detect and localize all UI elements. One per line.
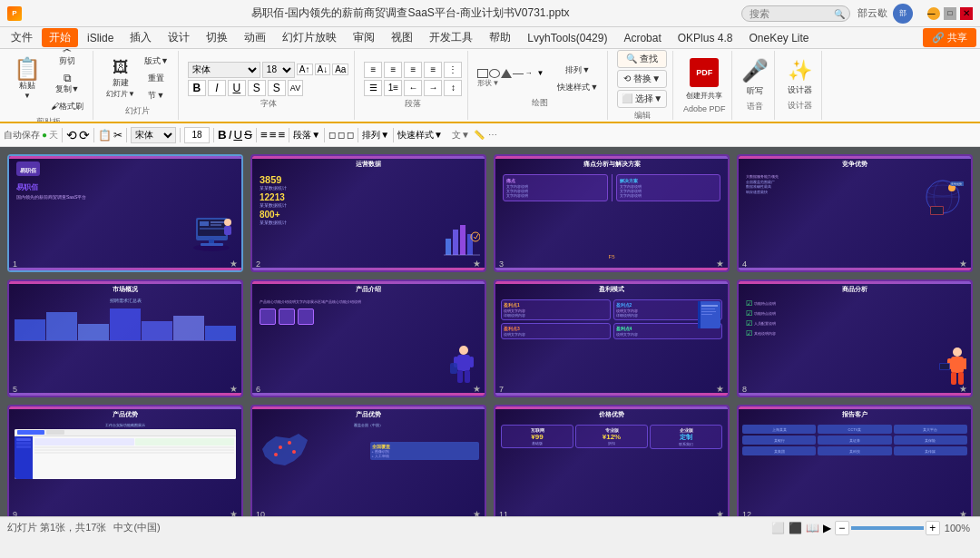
shape-triangle[interactable] [501,69,512,78]
zoom-slider[interactable] [851,526,924,530]
quick-italic[interactable]: I [229,128,232,142]
format-brush-button[interactable]: 🖌格式刷 [47,99,87,114]
menu-animation[interactable]: 动画 [237,28,273,47]
shape-quick-2[interactable]: ◻ [338,130,345,140]
font-size-quick[interactable] [184,127,210,143]
quick-styles-button[interactable]: 快速样式▼ [554,80,602,95]
autosave-toggle[interactable]: ● [42,130,47,140]
normal-view-button[interactable]: ⬜ [771,522,785,534]
font-size-decrease[interactable]: A↓ [315,64,331,75]
slideshow-button[interactable]: ▶ [823,522,831,534]
maximize-button[interactable]: □ [944,7,956,20]
increase-indent-button[interactable]: → [424,80,442,96]
underline-button[interactable]: U [228,80,246,96]
slide-thumb-4[interactable]: 竞争优势 大数据服务能力领先 全国覆盖范围最广 数据准确性最高 响应速度最快 [737,154,973,272]
reading-view-button[interactable]: 📖 [806,522,819,534]
spacing-button[interactable]: AV [288,80,303,96]
slide-thumb-11[interactable]: 价格优势 互联网 ¥99 基础版 专业版 ¥12% 折扣 [494,405,730,516]
line-spacing-button[interactable]: ↕ [444,80,462,96]
slide-thumb-8[interactable]: 商品分析 ☑ 功能特点说明 ☑ 功能特点说明 ☑ 人员配置说明 [737,279,973,397]
slide-thumb-3[interactable]: 痛点分析与解决方案 痛点 文字内容说明 文字内容说明 文字内容说明 解决方案 文… [494,154,730,272]
font-family-select[interactable]: 宋体 [188,62,260,78]
menu-insert[interactable]: 插入 [122,28,159,47]
align-right-quick[interactable]: ≡ [278,128,285,142]
reset-button[interactable]: 重置 [141,71,172,86]
more-tools[interactable]: ⋯ [488,130,497,140]
shape-arrow[interactable]: → [524,69,535,78]
close-button[interactable]: ✕ [960,7,973,20]
align-center-quick[interactable]: ≡ [270,128,277,142]
window-controls[interactable]: ─ □ ✕ [927,7,973,20]
align-center-button[interactable]: ≡ [384,62,402,78]
cut-button[interactable]: ✂ 剪切 [47,49,87,69]
justify-button[interactable]: ≡ [424,62,442,78]
menu-slideshow[interactable]: 幻灯片放映 [275,28,344,47]
find-button[interactable]: 🔍查找 [617,50,667,68]
layout-button[interactable]: 版式▼ [141,54,172,69]
align-left-button[interactable]: ≡ [364,62,382,78]
redo-button[interactable]: ⟳ [79,128,90,142]
slide-thumb-12[interactable]: 报告客户 上海某某 CCTV某 某大平台 某银行 某证券 [737,405,973,516]
slide-thumb-10[interactable]: 产品优势 覆盖全国（中国） [250,405,486,516]
numbered-list-button[interactable]: 1≡ [384,80,402,96]
menu-design[interactable]: 设计 [161,28,197,47]
menu-onekey[interactable]: OneKey Lite [741,30,816,46]
paragraph-quick[interactable]: 段落▼ [293,129,320,142]
copy-button[interactable]: ⧉ 复制▼ [47,71,87,97]
italic-button[interactable]: I [208,80,226,96]
share-button[interactable]: 🔗 共享 [923,28,976,47]
arrange-quick[interactable]: 排列▼ [362,129,389,142]
slide-thumb-5[interactable]: 市场概况 招聘需求汇总表 5 ★ [7,279,243,397]
new-slide-button[interactable]: 🖼 新建 幻灯片▼ [103,55,139,103]
quick-strike[interactable]: S [244,128,252,142]
slide-thumb-9[interactable]: 产品优势 工作台实际功能截图展示 [7,405,243,516]
align-left-quick[interactable]: ≡ [260,128,268,142]
slide-thumb-1[interactable]: 易职佰 易职佰 国内领先的薪前商贸调查SaaS平台 [7,154,243,272]
undo-button[interactable]: ⟲ [66,128,77,142]
dictate-button[interactable]: 听写 [742,83,768,99]
menu-devtools[interactable]: 开发工具 [422,28,480,47]
menu-acrobat[interactable]: Acrobat [616,30,668,46]
menu-file[interactable]: 文件 [4,28,40,47]
menu-okplus[interactable]: OKPlus 4.8 [671,30,740,46]
slide-thumb-6[interactable]: 产品介绍 产品核心功能介绍说明文字内容展示区域产品核心功能介绍说明 [250,279,486,397]
arrange-button[interactable]: 排列▼ [554,63,602,78]
shape-line[interactable] [513,73,524,74]
quick-bold[interactable]: B [218,128,227,142]
shape-circle[interactable] [489,69,500,78]
menu-review[interactable]: 审阅 [346,28,382,47]
menu-view[interactable]: 视图 [384,28,420,47]
zoom-in-button[interactable]: + [926,521,940,535]
shape-quick-1[interactable]: ◻ [328,130,336,140]
paste-button[interactable]: 📋 粘贴 ▼ [9,52,45,106]
clear-format-button[interactable]: Aa [332,64,348,75]
columns-button[interactable]: ⋮ [444,62,462,78]
icon-paste[interactable]: 📋 [98,129,112,142]
quick-style-btn[interactable]: 快速样式▼ [397,129,443,142]
shape-quick-3[interactable]: ◻ [347,130,354,140]
slide-thumb-2[interactable]: 运营数据 3859 某某数据统计 12213 某某数据统计 800+ 某某数据统… [250,154,486,272]
minimize-button[interactable]: ─ [927,7,940,20]
menu-islide[interactable]: iSlide [80,30,121,46]
decrease-indent-button[interactable]: ← [404,80,422,96]
quick-underline[interactable]: U [233,128,242,142]
designer-button[interactable]: 设计器 [784,83,816,98]
create-share-pdf-button[interactable]: 创建开共享 [682,89,726,103]
icon-cut[interactable]: ✂ [113,129,122,142]
replace-button[interactable]: ⟲替换▼ [617,70,667,88]
select-button[interactable]: ⬜选择▼ [617,90,667,108]
zoom-out-button[interactable]: − [835,521,849,535]
menu-home[interactable]: 开始 [42,28,78,47]
shape-rect[interactable] [477,69,488,78]
font-size-select[interactable]: 18 [262,62,295,78]
font-quick-select[interactable]: 宋体 [131,127,176,143]
zoom-level[interactable]: 100% [942,523,973,534]
slide-thumb-7[interactable]: 盈利模式 盈利点1 说明文字内容 详细说明内容 盈利点2 说明文字内容 详细说明… [494,279,730,397]
bullet-list-button[interactable]: ☰ [364,80,382,96]
menu-transition[interactable]: 切换 [199,28,235,47]
shape-more[interactable]: ▼ [536,69,544,78]
shadow-button[interactable]: S [268,80,286,96]
align-right-button[interactable]: ≡ [404,62,422,78]
strikethrough-button[interactable]: S [248,80,266,96]
menu-help[interactable]: 帮助 [482,28,518,47]
